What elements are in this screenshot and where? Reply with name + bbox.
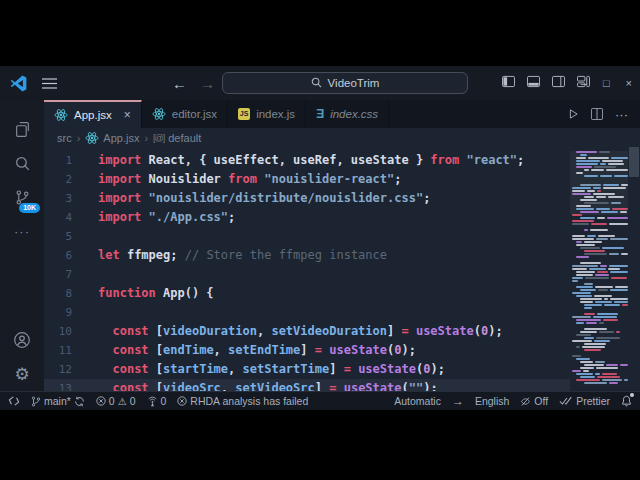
search-sidebar-icon[interactable] — [0, 146, 44, 180]
code-line-9[interactable]: 9 — [44, 303, 570, 322]
code-line-10[interactable]: 10 const [videoDuration, setVideoDuratio… — [44, 322, 570, 341]
more-actions-icon[interactable]: ··· — [615, 107, 628, 122]
status-item-git-branch[interactable]: main* — [31, 395, 85, 407]
tab-index.js[interactable]: JSindex.js — [228, 100, 306, 128]
error-icon — [177, 396, 187, 406]
editor-group: App.jsx×editor.jsxJSindex.jsƎindex.css··… — [44, 100, 640, 391]
menu-icon[interactable] — [42, 66, 57, 100]
ports-icon — [147, 396, 158, 407]
line-number[interactable]: 2 — [44, 170, 72, 189]
arrow-right-icon: → — [452, 394, 464, 408]
vertical-scrollbar[interactable] — [628, 147, 640, 391]
status-item-arrow-status[interactable]: → — [452, 394, 464, 408]
line-number[interactable]: 6 — [44, 246, 72, 265]
minimap[interactable] — [570, 151, 628, 391]
forward-arrow-icon[interactable]: → — [200, 66, 215, 100]
minimap-line — [570, 232, 628, 234]
video-frame: ← → VideoTrim – □ × — [0, 0, 640, 480]
toggle-sidebar-icon[interactable] — [502, 74, 515, 92]
close-icon[interactable]: × — [124, 108, 131, 122]
minimap-line — [570, 331, 628, 333]
code-line-12[interactable]: 12 const [startTime, setStartTime] = use… — [44, 360, 570, 379]
minimap-line — [570, 268, 628, 270]
minimize-icon[interactable]: – — [581, 77, 587, 89]
close-window-icon[interactable]: × — [626, 77, 632, 89]
code-line-1[interactable]: 1import React, { useEffect, useRef, useS… — [44, 151, 570, 170]
code-line-3[interactable]: 3import "nouislider/distribute/nouislide… — [44, 189, 570, 208]
tab-editor.jsx[interactable]: editor.jsx — [142, 100, 228, 128]
account-icon[interactable] — [0, 323, 44, 357]
status-item-language[interactable]: English — [475, 395, 509, 407]
status-item-notifications[interactable] — [621, 395, 632, 407]
minimap-line — [570, 322, 628, 324]
minimap-line — [570, 307, 628, 309]
letterbox-bottom — [0, 410, 640, 480]
settings-gear-icon[interactable]: ⚙ — [0, 357, 44, 391]
code-line-4[interactable]: 4import "./App.css"; — [44, 208, 570, 227]
command-center-search[interactable]: VideoTrim — [222, 72, 468, 94]
line-number[interactable]: 1 — [44, 151, 72, 170]
line-number[interactable]: 9 — [44, 303, 72, 322]
code-line-8[interactable]: 8function App() { — [44, 284, 570, 303]
minimap-line — [570, 262, 628, 264]
status-label: main* — [44, 395, 71, 407]
line-number[interactable]: 4 — [44, 208, 72, 227]
toggle-secondary-sidebar-icon[interactable] — [552, 74, 565, 92]
line-number[interactable]: 11 — [44, 341, 72, 360]
status-right: Automatic→EnglishOffPrettier — [394, 392, 632, 410]
minimap-line — [570, 223, 628, 225]
minimap-line — [570, 376, 628, 378]
line-number[interactable]: 13 — [44, 379, 72, 391]
status-item-indent-mode[interactable]: Automatic — [394, 395, 441, 407]
warning-icon: ⚠ — [118, 396, 127, 407]
additional-views-icon[interactable]: ··· — [0, 214, 44, 248]
line-number[interactable]: 12 — [44, 360, 72, 379]
split-editor-icon[interactable] — [591, 108, 603, 120]
line-number[interactable]: 3 — [44, 189, 72, 208]
code-line-5[interactable]: 5 — [44, 227, 570, 246]
line-number[interactable]: 5 — [44, 227, 72, 246]
status-label: 0 — [109, 395, 115, 407]
status-item-prettier[interactable]: Prettier — [559, 395, 610, 407]
breadcrumb-item-default[interactable]: [@]default — [153, 132, 201, 144]
react-file-icon — [54, 108, 68, 122]
status-item-ports[interactable]: 0 — [147, 395, 167, 407]
status-item-feature-off[interactable]: Off — [520, 395, 548, 407]
code-area[interactable]: 1import React, { useEffect, useRef, useS… — [44, 151, 570, 391]
code-text — [72, 265, 98, 284]
minimap-line — [570, 355, 628, 357]
status-label: English — [475, 395, 509, 407]
toggle-panel-icon[interactable] — [527, 74, 540, 92]
breadcrumb: src›App.jsx›[@]default — [44, 128, 640, 147]
minimap-line — [570, 313, 628, 315]
breadcrumb-item-App.jsx[interactable]: App.jsx — [85, 131, 139, 145]
run-icon[interactable] — [567, 108, 579, 120]
minimap-line — [570, 241, 628, 243]
back-arrow-icon[interactable]: ← — [172, 66, 187, 100]
tab-label: index.js — [256, 108, 295, 120]
code-line-7[interactable]: 7 — [44, 265, 570, 284]
scrollbar-thumb[interactable] — [629, 147, 639, 177]
minimap-line — [570, 256, 628, 258]
maximize-icon[interactable]: □ — [603, 77, 610, 89]
code-line-11[interactable]: 11 const [endTime, setEndTime] = useStat… — [44, 341, 570, 360]
line-number[interactable]: 8 — [44, 284, 72, 303]
tab-App.jsx[interactable]: App.jsx× — [44, 100, 142, 128]
chevron-right-icon: › — [144, 132, 148, 144]
line-number[interactable]: 7 — [44, 265, 72, 284]
breadcrumb-item-src[interactable]: src — [57, 132, 72, 144]
status-item-problems[interactable]: 0⚠0 — [96, 395, 136, 407]
line-number[interactable]: 10 — [44, 322, 72, 341]
explorer-icon[interactable] — [0, 112, 44, 146]
breadcrumb-label: default — [168, 132, 201, 144]
status-label: Automatic — [394, 395, 441, 407]
window-controls: – □ × — [581, 66, 632, 100]
status-item-rhda-status[interactable]: RHDA analysis has failed — [177, 395, 308, 407]
status-item-remote-indicator[interactable] — [8, 396, 20, 406]
source-control-icon[interactable]: 10K — [0, 180, 44, 214]
minimap-line — [570, 220, 628, 222]
code-line-6[interactable]: 6let ffmpeg; // Store the ffmpeg instanc… — [44, 246, 570, 265]
code-line-13[interactable]: 13 const [videoSrc, setVideoSrc] = useSt… — [44, 379, 570, 391]
tab-index.css[interactable]: Ǝindex.css — [306, 100, 389, 128]
code-line-2[interactable]: 2import Nouislider from "nouislider-reac… — [44, 170, 570, 189]
